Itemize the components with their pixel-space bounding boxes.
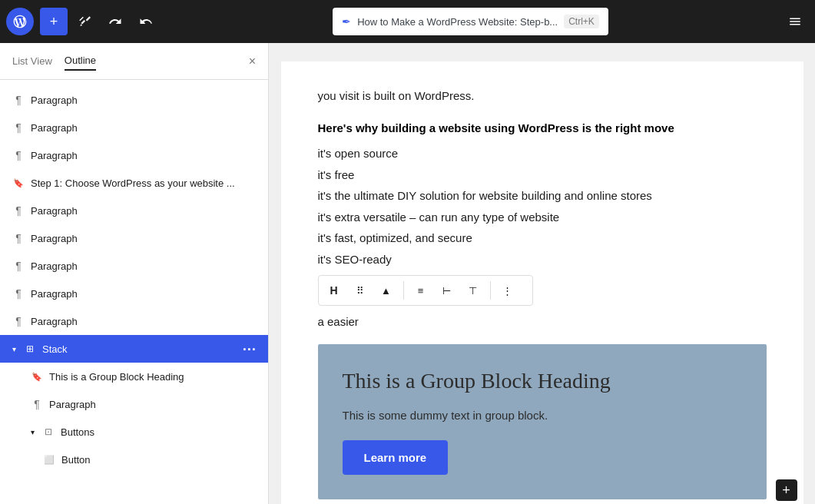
collapse-icon-buttons: ▾ bbox=[31, 428, 35, 436]
sidebar-item-label-group-para: Paragraph bbox=[49, 399, 256, 410]
buttons-icon: ⊡ bbox=[42, 426, 55, 437]
sidebar-item-para2[interactable]: ¶ Paragraph bbox=[0, 114, 268, 141]
menu-icon bbox=[788, 15, 802, 28]
sidebar-item-label-8: Paragraph bbox=[31, 316, 256, 327]
sidebar-item-step1[interactable]: 🔖 Step 1: Choose WordPress as your websi… bbox=[0, 169, 268, 197]
search-bar-text: How to Make a WordPress Website: Step-b.… bbox=[357, 16, 558, 28]
wp-logo[interactable] bbox=[6, 8, 34, 35]
paragraph-icon-4: ¶ bbox=[12, 204, 25, 217]
sidebar-item-para1[interactable]: ¶ Paragraph bbox=[0, 86, 268, 114]
align-left-icon: ≡ bbox=[418, 285, 424, 297]
sidebar-item-stack[interactable]: ▾ ⊞ Stack ⋯ bbox=[0, 335, 268, 363]
sidebar-item-para7[interactable]: ¶ Paragraph bbox=[0, 280, 268, 307]
sidebar-content: ¶ Paragraph ¶ Paragraph ¶ Paragraph 🔖 St… bbox=[0, 80, 268, 504]
toolbar-sep-1 bbox=[403, 281, 404, 300]
sidebar-item-para5[interactable]: ¶ Paragraph bbox=[0, 224, 268, 252]
paragraph-icon-5: ¶ bbox=[12, 232, 25, 244]
drag-handle-button[interactable]: ⠿ bbox=[348, 278, 373, 303]
list-item-5[interactable]: it's fast, optimized, and secure bbox=[318, 228, 767, 248]
sidebar-item-label-3: Paragraph bbox=[31, 150, 256, 161]
align-wide-icon: ⊢ bbox=[442, 285, 451, 297]
add-block-button[interactable]: + bbox=[776, 479, 797, 501]
editor-area: you visit is built on WordPress. Here's … bbox=[269, 43, 815, 504]
paragraph-icon-group: ¶ bbox=[31, 398, 43, 410]
sidebar-item-buttons[interactable]: ▾ ⊡ Buttons bbox=[0, 418, 268, 446]
top-toolbar: + ✒ How to Make a WordPress Website: Ste… bbox=[0, 0, 815, 43]
sidebar-item-label-1: Paragraph bbox=[31, 94, 256, 106]
undo-icon bbox=[108, 15, 122, 28]
sidebar-item-label-step1: Step 1: Choose WordPress as your website… bbox=[31, 177, 256, 189]
sidebar-item-group-heading[interactable]: 🔖 This is a Group Block Heading bbox=[0, 363, 268, 390]
wp-logo-icon bbox=[12, 14, 28, 29]
sidebar-header: List View Outline × bbox=[0, 43, 268, 80]
plus-icon: + bbox=[782, 482, 790, 499]
list-item-3[interactable]: it's the ultimate DIY solution for websi… bbox=[318, 186, 767, 206]
sidebar-item-label-5: Paragraph bbox=[31, 233, 256, 244]
sidebar-close-button[interactable]: × bbox=[249, 55, 256, 68]
sidebar-item-button[interactable]: ⬜ Button bbox=[0, 446, 268, 473]
stack-icon: ⊞ bbox=[24, 343, 36, 354]
undo-button[interactable] bbox=[101, 8, 129, 35]
paragraph-icon-1: ¶ bbox=[12, 94, 25, 106]
block-toolbar: H ⠿ ▲ ≡ ⊢ ⊤ ⋮ bbox=[318, 275, 533, 306]
group-block: This is a Group Block Heading This is so… bbox=[318, 344, 767, 499]
sidebar-item-label-4: Paragraph bbox=[31, 205, 256, 217]
main-layout: List View Outline × ¶ Paragraph ¶ Paragr… bbox=[0, 43, 815, 504]
sidebar-item-label-buttons: Buttons bbox=[61, 426, 256, 438]
sidebar-item-label-7: Paragraph bbox=[31, 288, 256, 300]
list-item-6[interactable]: it's SEO-ready bbox=[318, 250, 767, 270]
paragraph-icon-2: ¶ bbox=[12, 121, 25, 134]
search-bar[interactable]: ✒ How to Make a WordPress Website: Step-… bbox=[333, 8, 608, 35]
learn-more-button[interactable]: Learn more bbox=[343, 440, 449, 475]
list-items: it's open source it's free it's the ulti… bbox=[318, 144, 767, 269]
add-block-toolbar-button[interactable]: + bbox=[40, 8, 68, 35]
arrow-up-icon: ▲ bbox=[381, 285, 391, 297]
stack-menu-dots[interactable]: ⋯ bbox=[242, 340, 256, 357]
menu-button[interactable] bbox=[781, 8, 809, 35]
sidebar-item-group-para[interactable]: ¶ Paragraph bbox=[0, 390, 268, 418]
list-item-4[interactable]: it's extra versatile – can run any type … bbox=[318, 207, 767, 227]
redo-button[interactable] bbox=[132, 8, 160, 35]
group-block-paragraph[interactable]: This is some dummy text in group block. bbox=[343, 409, 742, 422]
heading-icon-step1: 🔖 bbox=[12, 178, 25, 188]
paragraph-icon-8: ¶ bbox=[12, 315, 25, 327]
search-shortcut: Ctrl+K bbox=[564, 15, 599, 28]
sidebar: List View Outline × ¶ Paragraph ¶ Paragr… bbox=[0, 43, 269, 504]
sidebar-item-para8[interactable]: ¶ Paragraph bbox=[0, 307, 268, 335]
editor-content: you visit is built on WordPress. Here's … bbox=[281, 61, 803, 504]
toolbar-sep-2 bbox=[490, 281, 491, 300]
button-block-icon: ⬜ bbox=[43, 455, 55, 465]
paragraph-icon-6: ¶ bbox=[12, 260, 25, 272]
sidebar-item-label-group-heading: This is a Group Block Heading bbox=[49, 371, 256, 383]
move-up-button[interactable]: ▲ bbox=[374, 278, 399, 303]
search-pen-icon: ✒ bbox=[342, 15, 351, 28]
group-block-heading[interactable]: This is a Group Block Heading bbox=[343, 369, 742, 393]
align-wide-button[interactable]: ⊢ bbox=[435, 278, 459, 303]
sidebar-item-para6[interactable]: ¶ Paragraph bbox=[0, 252, 268, 280]
align-left-button[interactable]: ≡ bbox=[409, 278, 433, 303]
sidebar-item-label-2: Paragraph bbox=[31, 122, 256, 134]
intro-text: you visit is built on WordPress. bbox=[318, 86, 767, 106]
sidebar-item-para4[interactable]: ¶ Paragraph bbox=[0, 197, 268, 224]
tab-list-view[interactable]: List View bbox=[12, 51, 52, 71]
more-options-button[interactable]: ⋮ bbox=[495, 278, 520, 303]
heading-icon-group: 🔖 bbox=[31, 372, 43, 382]
align-full-button[interactable]: ⊤ bbox=[461, 278, 485, 303]
sidebar-item-label-6: Paragraph bbox=[31, 260, 256, 272]
sidebar-item-label-stack: Stack bbox=[42, 343, 236, 355]
sidebar-tabs: List View Outline bbox=[12, 51, 249, 71]
sidebar-item-para3[interactable]: ¶ Paragraph bbox=[0, 141, 268, 169]
block-type-button[interactable]: H bbox=[322, 278, 346, 303]
sidebar-item-label-button: Button bbox=[61, 454, 256, 466]
drag-icon: ⠿ bbox=[356, 285, 364, 297]
list-item-2[interactable]: it's free bbox=[318, 165, 767, 185]
edit-mode-button[interactable] bbox=[71, 8, 98, 35]
align-full-icon: ⊤ bbox=[469, 285, 477, 297]
more-options-icon: ⋮ bbox=[502, 285, 512, 297]
pencil-icon bbox=[78, 15, 91, 28]
tab-outline[interactable]: Outline bbox=[65, 51, 96, 71]
bold-heading[interactable]: Here's why building a website using Word… bbox=[318, 118, 767, 138]
after-toolbar-text: a easier bbox=[318, 312, 767, 332]
paragraph-icon-3: ¶ bbox=[12, 149, 25, 161]
list-item-1[interactable]: it's open source bbox=[318, 144, 767, 164]
